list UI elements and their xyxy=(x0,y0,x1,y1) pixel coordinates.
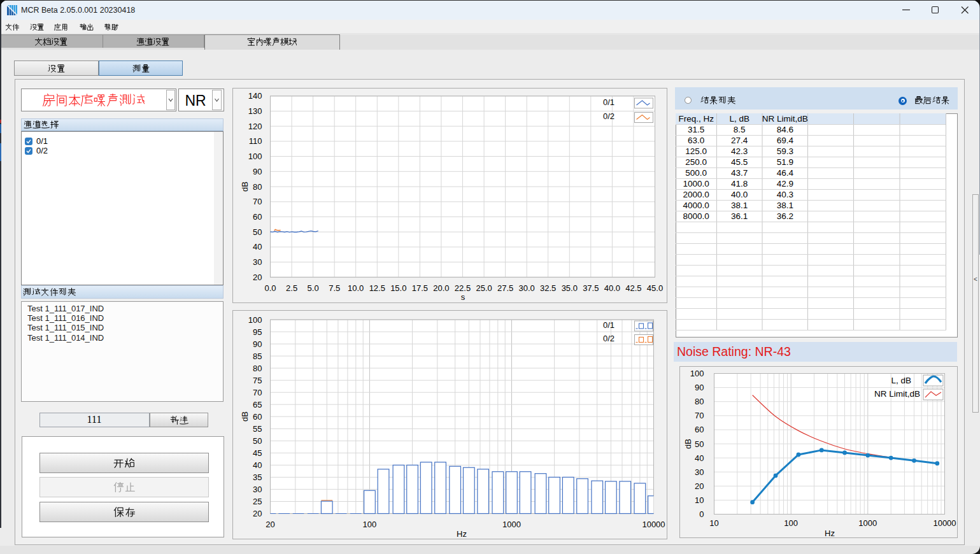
svg-text:dB: dB xyxy=(240,411,250,422)
svg-text:70: 70 xyxy=(695,411,704,420)
svg-text:51.9: 51.9 xyxy=(777,157,793,167)
svg-text:10: 10 xyxy=(709,518,718,527)
svg-text:5.0: 5.0 xyxy=(307,283,318,293)
svg-text:25: 25 xyxy=(253,497,262,506)
svg-text:50: 50 xyxy=(695,439,704,448)
svg-text:42.3: 42.3 xyxy=(731,146,748,156)
svg-text:63.0: 63.0 xyxy=(688,136,704,145)
svg-text:0/1: 0/1 xyxy=(602,320,614,330)
svg-text:0: 0 xyxy=(699,509,704,519)
svg-text:60: 60 xyxy=(253,412,262,422)
svg-text:0/2: 0/2 xyxy=(602,334,614,343)
svg-text:500.0: 500.0 xyxy=(685,168,707,178)
svg-text:Freq., Hz: Freq., Hz xyxy=(678,114,714,124)
svg-text:7.5: 7.5 xyxy=(329,283,340,293)
svg-text:1000: 1000 xyxy=(858,518,877,527)
svg-text:100: 100 xyxy=(248,152,262,161)
svg-text:84.6: 84.6 xyxy=(777,125,793,134)
svg-text:40: 40 xyxy=(253,460,262,470)
svg-text:30.0: 30.0 xyxy=(518,283,534,293)
svg-text:20.0: 20.0 xyxy=(433,283,449,293)
svg-text:25.0: 25.0 xyxy=(476,283,492,293)
svg-text:10.0: 10.0 xyxy=(348,283,364,293)
svg-text:Hz: Hz xyxy=(457,529,467,539)
svg-text:50: 50 xyxy=(253,436,262,446)
svg-text:100: 100 xyxy=(690,369,704,378)
svg-text:10000: 10000 xyxy=(933,518,956,527)
svg-text:22.5: 22.5 xyxy=(454,283,470,293)
svg-text:130: 130 xyxy=(248,106,262,116)
svg-text:60: 60 xyxy=(253,212,262,222)
svg-text:2.5: 2.5 xyxy=(286,283,297,293)
svg-text:20: 20 xyxy=(695,481,704,490)
svg-text:100: 100 xyxy=(784,518,798,527)
svg-text:50: 50 xyxy=(253,227,262,236)
svg-text:80: 80 xyxy=(253,364,262,373)
svg-text:46.4: 46.4 xyxy=(777,168,794,178)
svg-text:20: 20 xyxy=(253,509,262,518)
svg-text:0/2: 0/2 xyxy=(602,111,614,121)
svg-text:100: 100 xyxy=(362,520,376,529)
svg-text:10: 10 xyxy=(695,495,704,504)
svg-text:38.1: 38.1 xyxy=(777,201,793,210)
svg-text:31.5: 31.5 xyxy=(688,125,704,134)
svg-text:30: 30 xyxy=(253,257,262,267)
svg-text:dB: dB xyxy=(240,181,250,192)
svg-text:L, dB: L, dB xyxy=(729,114,749,124)
svg-text:70: 70 xyxy=(253,197,262,206)
svg-text:0.0: 0.0 xyxy=(264,283,276,293)
svg-text:69.4: 69.4 xyxy=(777,136,794,145)
svg-text:30: 30 xyxy=(253,485,262,494)
svg-text:110: 110 xyxy=(248,136,262,146)
svg-text:80: 80 xyxy=(695,397,704,406)
svg-text:35: 35 xyxy=(253,472,262,482)
svg-text:140: 140 xyxy=(248,91,262,101)
svg-text:60: 60 xyxy=(695,425,704,434)
svg-text:32.5: 32.5 xyxy=(540,283,556,293)
svg-text:30: 30 xyxy=(695,467,704,476)
svg-text:45.5: 45.5 xyxy=(731,157,748,167)
svg-text:dB: dB xyxy=(683,439,693,449)
svg-text:70: 70 xyxy=(253,388,262,397)
svg-text:85: 85 xyxy=(253,352,262,361)
svg-text:250.0: 250.0 xyxy=(685,157,707,167)
svg-text:45: 45 xyxy=(253,448,262,458)
svg-text:90: 90 xyxy=(695,383,704,392)
svg-text:8000.0: 8000.0 xyxy=(683,211,709,221)
svg-text:95: 95 xyxy=(253,327,262,337)
svg-text:Hz: Hz xyxy=(825,528,835,537)
svg-text:90: 90 xyxy=(253,339,262,349)
svg-text:27.4: 27.4 xyxy=(731,136,748,145)
svg-text:40.3: 40.3 xyxy=(777,190,793,199)
svg-text:36.2: 36.2 xyxy=(777,211,793,221)
svg-text:1000.0: 1000.0 xyxy=(683,179,709,188)
svg-text:NR Limit,dB: NR Limit,dB xyxy=(874,389,920,399)
svg-text:75: 75 xyxy=(253,376,262,385)
svg-text:40: 40 xyxy=(695,453,704,462)
svg-text:40: 40 xyxy=(253,242,262,252)
svg-text:10000: 10000 xyxy=(642,520,665,529)
svg-text:59.3: 59.3 xyxy=(777,146,793,156)
svg-text:38.1: 38.1 xyxy=(731,201,748,210)
svg-text:43.7: 43.7 xyxy=(731,168,748,178)
svg-text:41.8: 41.8 xyxy=(731,179,748,188)
svg-text:27.5: 27.5 xyxy=(497,283,513,293)
svg-text:80: 80 xyxy=(253,181,262,191)
svg-text:40.0: 40.0 xyxy=(731,190,748,199)
svg-text:20: 20 xyxy=(253,272,262,281)
svg-text:15.0: 15.0 xyxy=(390,283,406,293)
svg-text:37.5: 37.5 xyxy=(583,283,599,293)
svg-text:100: 100 xyxy=(248,315,262,325)
svg-text:120: 120 xyxy=(248,121,262,131)
svg-text:42.9: 42.9 xyxy=(777,179,793,188)
svg-text:1000: 1000 xyxy=(502,520,521,529)
svg-text:35.0: 35.0 xyxy=(561,283,577,293)
svg-text:L, dB: L, dB xyxy=(891,375,911,385)
svg-text:0/1: 0/1 xyxy=(602,97,614,107)
svg-text:55: 55 xyxy=(253,424,262,434)
svg-text:4000.0: 4000.0 xyxy=(683,201,709,210)
svg-text:8.5: 8.5 xyxy=(734,125,746,134)
svg-text:125.0: 125.0 xyxy=(685,146,707,156)
svg-text:2000.0: 2000.0 xyxy=(683,190,709,199)
svg-text:90: 90 xyxy=(253,166,262,176)
